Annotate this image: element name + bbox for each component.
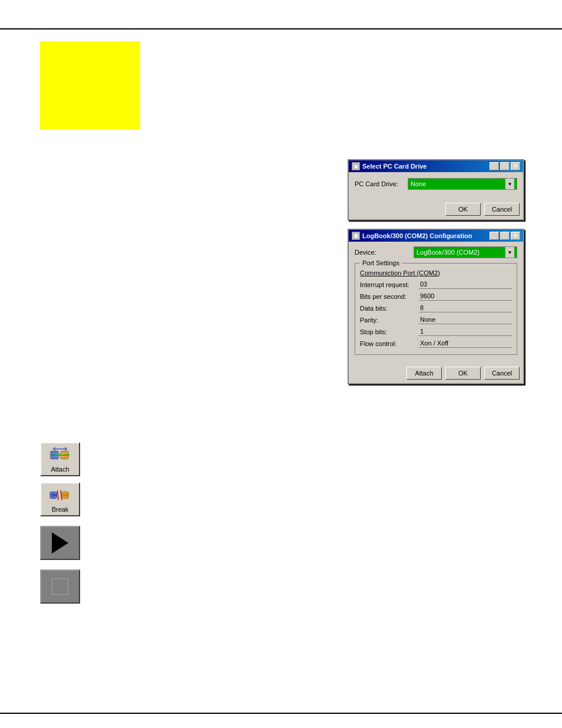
logbook-interrupt-label: Interrupt request: <box>360 281 419 288</box>
attach-icon <box>49 446 71 465</box>
logbook-title-bar: 🖥 LogBook/300 (COM2) Configuration _ □ ✕ <box>349 230 523 242</box>
attach-toolbar-btn[interactable]: Attach <box>40 442 80 476</box>
logbook-stopbits-label: Stop bits: <box>360 328 419 335</box>
pc-card-ok-btn[interactable]: OK <box>445 203 481 216</box>
yellow-square <box>40 41 140 130</box>
logbook-dialog: 🖥 LogBook/300 (COM2) Configuration _ □ ✕… <box>348 229 524 384</box>
attach-btn-container: Attach <box>40 442 80 476</box>
logbook-device-value: LogBook/300 (COM2) <box>416 249 480 256</box>
pc-card-close-btn[interactable]: ✕ <box>511 162 520 170</box>
logbook-flow-label: Flow control: <box>360 340 419 347</box>
logbook-flow-row: Flow control: Xon / Xoff <box>360 339 512 348</box>
break-icon <box>49 486 71 505</box>
play-btn[interactable] <box>40 526 80 560</box>
logbook-ok-btn[interactable]: OK <box>445 367 481 380</box>
svg-marker-4 <box>53 447 68 452</box>
pc-card-drive-dropdown[interactable]: None ▼ <box>408 178 517 190</box>
logbook-bps-row: Bits per second: 9600 <box>360 292 512 301</box>
logbook-cancel-btn[interactable]: Cancel <box>484 367 520 380</box>
break-toolbar-btn[interactable]: Break <box>40 482 80 516</box>
logbook-buttons: Attach OK Cancel <box>349 364 523 383</box>
pc-card-title-bar: ◈ Select PC Card Drive _ □ ✕ <box>349 160 523 172</box>
logbook-minimize-btn[interactable]: _ <box>490 232 499 240</box>
pc-card-dialog: ◈ Select PC Card Drive _ □ ✕ PC Card Dri… <box>348 159 524 220</box>
pc-card-buttons: OK Cancel <box>349 200 523 219</box>
pc-card-title-controls: _ □ ✕ <box>490 162 520 170</box>
pc-card-minimize-btn[interactable]: _ <box>490 162 499 170</box>
logbook-close-btn[interactable]: ✕ <box>511 232 520 240</box>
logbook-title-controls: _ □ ✕ <box>490 232 520 240</box>
attach-label: Attach <box>51 466 69 473</box>
logbook-device-dropdown[interactable]: LogBook/300 (COM2) ▼ <box>414 246 517 258</box>
svg-line-8 <box>57 490 58 500</box>
logbook-databits-value: 8 <box>419 304 512 312</box>
stop-btn-container <box>40 569 80 604</box>
logbook-maximize-btn[interactable]: □ <box>500 232 510 240</box>
logbook-stopbits-row: Stop bits: 1 <box>360 327 512 336</box>
pc-card-title-icon: ◈ <box>352 162 360 170</box>
play-btn-container <box>40 526 80 560</box>
break-label: Break <box>52 506 69 513</box>
logbook-parity-label: Parity: <box>360 317 419 324</box>
pc-card-title-text: Select PC Card Drive <box>362 163 427 170</box>
attach-icon-svg <box>49 446 71 464</box>
break-btn-container: Break <box>40 482 80 516</box>
pc-card-dropdown-arrow[interactable]: ▼ <box>505 179 514 189</box>
logbook-bps-label: Bits per second: <box>360 293 419 300</box>
stop-btn[interactable] <box>40 569 80 604</box>
port-settings-legend: Port Settings <box>360 259 402 266</box>
pc-card-cancel-btn[interactable]: Cancel <box>484 203 520 216</box>
logbook-title-left: 🖥 LogBook/300 (COM2) Configuration <box>352 232 472 240</box>
logbook-interrupt-value: 03 <box>419 280 512 289</box>
break-icon-svg <box>49 486 71 504</box>
pc-card-drive-row: PC Card Drive: None ▼ <box>355 178 517 190</box>
logbook-flow-value: Xon / Xoff <box>419 339 512 348</box>
logbook-title-icon: 🖥 <box>352 232 360 240</box>
logbook-bps-value: 9600 <box>419 292 512 301</box>
logbook-databits-row: Data bits: 8 <box>360 304 512 312</box>
svg-line-9 <box>61 490 62 500</box>
port-settings-group: Port Settings Communiction Port (COM2) I… <box>355 263 517 355</box>
logbook-device-label: Device: <box>355 249 414 256</box>
pc-card-drive-label: PC Card Drive: <box>355 180 408 187</box>
logbook-stopbits-value: 1 <box>419 327 512 336</box>
stop-square-icon <box>52 578 68 595</box>
port-subtitle: Communiction Port (COM2) <box>360 269 512 276</box>
logbook-title-text: LogBook/300 (COM2) Configuration <box>362 232 472 239</box>
logbook-attach-btn[interactable]: Attach <box>406 367 442 380</box>
pc-card-title-left: ◈ Select PC Card Drive <box>352 162 427 170</box>
logbook-device-arrow[interactable]: ▼ <box>505 247 514 258</box>
logbook-interrupt-row: Interrupt request: 03 <box>360 280 512 289</box>
logbook-body: Device: LogBook/300 (COM2) ▼ Port Settin… <box>349 242 523 364</box>
bottom-rule <box>0 713 562 714</box>
pc-card-drive-value: None <box>411 180 426 187</box>
logbook-parity-row: Parity: None <box>360 315 512 324</box>
logbook-parity-value: None <box>419 315 512 324</box>
pc-card-body: PC Card Drive: None ▼ <box>349 172 523 200</box>
play-triangle-icon <box>52 532 68 554</box>
logbook-databits-label: Data bits: <box>360 305 419 312</box>
pc-card-maximize-btn[interactable]: □ <box>500 162 510 170</box>
logbook-device-row: Device: LogBook/300 (COM2) ▼ <box>355 246 517 258</box>
top-rule <box>0 28 562 29</box>
